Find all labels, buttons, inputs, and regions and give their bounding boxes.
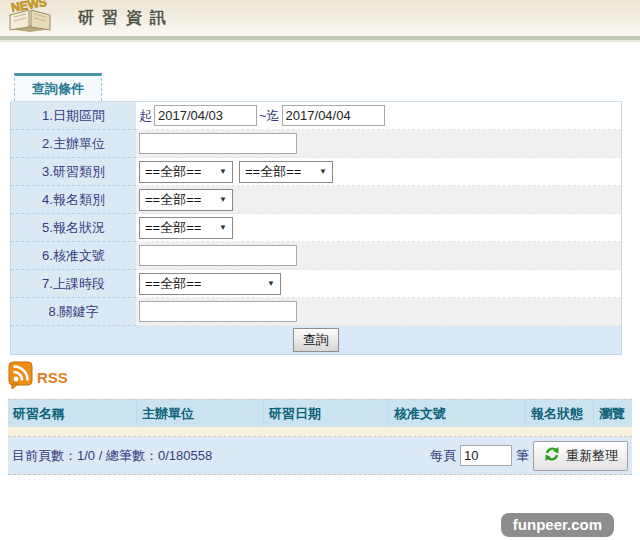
query-form: 1.日期區間 起 ~迄 2.主辦單位 3.研習類別 ==全部== ▼ ==全部=…: [10, 101, 622, 355]
rss-label: RSS: [37, 369, 68, 386]
training-category-select-1[interactable]: ==全部== ▼: [139, 161, 233, 183]
organizer-input[interactable]: [139, 133, 297, 154]
tab-label: 查詢條件: [32, 80, 84, 98]
col-header-training-date: 研習日期: [263, 400, 388, 427]
select-value: ==全部==: [145, 219, 201, 237]
tab-query-conditions[interactable]: 查詢條件: [14, 73, 102, 101]
page-info: 目前頁數：1/0 / 總筆數：0/180558: [12, 447, 212, 465]
refresh-label: 重新整理: [566, 447, 618, 465]
results-empty-body: [8, 427, 632, 437]
registration-category-select[interactable]: ==全部== ▼: [139, 189, 233, 211]
per-page-prefix: 每頁: [430, 447, 456, 465]
form-row-registration-category: 4.報名類別 ==全部== ▼: [11, 186, 621, 214]
form-row-organizer: 2.主辦單位: [11, 130, 621, 158]
page-title: 研習資訊: [78, 8, 174, 29]
date-from-prefix: 起: [139, 107, 152, 125]
refresh-icon: [543, 446, 561, 465]
page-header: NEWS 研習資訊: [0, 0, 640, 36]
form-row-approval-number: 6.核准文號: [11, 242, 621, 270]
funpeer-watermark: funpeer.com: [501, 513, 614, 537]
col-header-training-name: 研習名稱: [8, 400, 136, 427]
form-row-date-range: 1.日期區間 起 ~迄: [11, 102, 621, 130]
refresh-button[interactable]: 重新整理: [533, 441, 628, 471]
form-row-class-period: 7.上課時段 ==全部== ▼: [11, 270, 621, 298]
select-value: ==全部==: [145, 191, 201, 209]
field-label: 4.報名類別: [11, 186, 136, 214]
field-label: 5.報名狀況: [11, 214, 136, 242]
chevron-down-icon: ▼: [219, 195, 227, 204]
rss-section: RSS: [8, 363, 640, 391]
chevron-down-icon: ▼: [219, 167, 227, 176]
date-to-prefix: ~迄: [259, 107, 280, 125]
date-to-input[interactable]: [282, 105, 385, 126]
select-value: ==全部==: [145, 163, 201, 181]
per-page-input[interactable]: [460, 445, 512, 466]
header-divider-light: [0, 40, 640, 42]
field-label: 8.關鍵字: [11, 298, 136, 326]
form-row-keyword: 8.關鍵字: [11, 298, 621, 326]
select-value: ==全部==: [145, 275, 201, 293]
field-label: 2.主辦單位: [11, 130, 136, 158]
search-button[interactable]: 查詢: [293, 328, 339, 352]
tab-bar: 查詢條件: [14, 73, 640, 101]
field-label: 7.上課時段: [11, 270, 136, 298]
form-row-training-category: 3.研習類別 ==全部== ▼ ==全部== ▼: [11, 158, 621, 186]
field-label: 1.日期區間: [11, 102, 136, 130]
col-header-registration-status: 報名狀態: [525, 400, 593, 427]
submit-row: 查詢: [11, 326, 621, 354]
news-book-icon: NEWS: [6, 0, 56, 37]
select-value: ==全部==: [245, 163, 301, 181]
results-header-row: 研習名稱 主辦單位 研習日期 核准文號 報名狀態 瀏覽: [8, 399, 632, 427]
chevron-down-icon: ▼: [219, 223, 227, 232]
results-footer: 目前頁數：1/0 / 總筆數：0/180558 每頁 筆 重新整理: [8, 437, 632, 475]
rss-icon[interactable]: [8, 361, 34, 393]
registration-status-select[interactable]: ==全部== ▼: [139, 217, 233, 239]
col-header-approval-number: 核准文號: [388, 400, 525, 427]
col-header-organizer: 主辦單位: [136, 400, 263, 427]
chevron-down-icon: ▼: [319, 167, 327, 176]
keyword-input[interactable]: [139, 301, 297, 322]
form-row-registration-status: 5.報名狀況 ==全部== ▼: [11, 214, 621, 242]
chevron-down-icon: ▼: [267, 279, 275, 288]
class-period-select[interactable]: ==全部== ▼: [139, 273, 281, 295]
approval-number-input[interactable]: [139, 245, 297, 266]
results-table: 研習名稱 主辦單位 研習日期 核准文號 報名狀態 瀏覽 目前頁數：1/0 / 總…: [8, 399, 632, 475]
field-label: 3.研習類別: [11, 158, 136, 186]
training-category-select-2[interactable]: ==全部== ▼: [239, 161, 333, 183]
date-from-input[interactable]: [154, 105, 257, 126]
col-header-browse: 瀏覽: [593, 400, 632, 427]
field-label: 6.核准文號: [11, 242, 136, 270]
per-page-suffix: 筆: [516, 447, 529, 465]
